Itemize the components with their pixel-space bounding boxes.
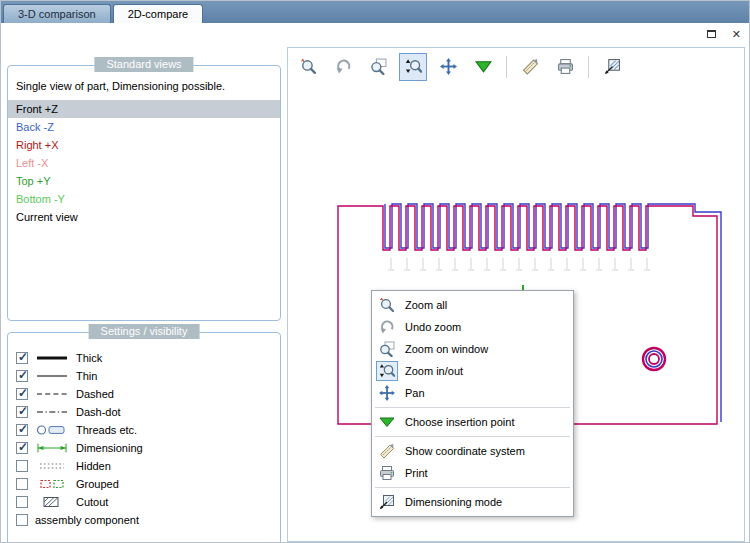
menu-item-zoom-all[interactable]: Zoom all: [372, 294, 573, 316]
standard-views-header: Standard views: [94, 57, 193, 72]
checkbox-hidden[interactable]: [16, 460, 28, 472]
ruler-icon: [376, 441, 398, 461]
menu-item-zoom-on-window[interactable]: Zoom on window: [372, 338, 573, 360]
setting-label: Thick: [76, 352, 102, 364]
view-item-left-x[interactable]: Left -X: [8, 154, 280, 172]
toolbar-separator: [506, 56, 507, 78]
dash-dot-line-icon: [35, 406, 69, 418]
checkbox-threads[interactable]: [16, 424, 28, 436]
setting-label: Threads etc.: [76, 424, 137, 436]
setting-label: Thin: [76, 370, 97, 382]
menu-item-label: Choose insertion point: [405, 416, 514, 428]
zoom-all-icon: [300, 58, 317, 77]
setting-row-dimensioning[interactable]: Dimensioning: [8, 439, 280, 457]
drawing-circles: [643, 348, 665, 370]
menu-item-print[interactable]: Print: [372, 462, 573, 484]
dimension-hints: [388, 258, 650, 270]
toolbar-separator: [588, 56, 589, 78]
checkbox-dash-dot[interactable]: [16, 406, 28, 418]
view-item-current-view[interactable]: Current view: [8, 208, 280, 226]
settings-list: Thick Thin Dashed Dash-dot Threads e: [8, 333, 280, 529]
checkbox-grouped[interactable]: [16, 478, 28, 490]
menu-item-label: Show coordinate system: [405, 445, 525, 457]
menu-item-choose-insertion-point[interactable]: Choose insertion point: [372, 411, 573, 433]
undo-zoom-icon: [376, 317, 398, 337]
green-triangle-icon: [376, 412, 398, 432]
setting-row-thin[interactable]: Thin: [8, 367, 280, 385]
setting-row-assembly-component[interactable]: assembly component: [8, 511, 280, 529]
printer-icon: [557, 58, 574, 77]
settings-header: Settings / visibility: [89, 324, 200, 339]
dimensioning-icon: [35, 442, 69, 454]
tab-3d-comparison[interactable]: 3-D comparison: [3, 4, 111, 23]
setting-row-cutout[interactable]: Cutout: [8, 493, 280, 511]
pan-icon: [440, 58, 457, 77]
print-button[interactable]: [551, 53, 579, 81]
view-item-back-z[interactable]: Back -Z: [8, 118, 280, 136]
app-window: 3-D comparison 2D-compare ✕ Standard vie…: [0, 0, 750, 543]
undo-zoom-button[interactable]: [329, 53, 357, 81]
checkbox-dimensioning[interactable]: [16, 442, 28, 454]
menu-item-label: Pan: [405, 387, 425, 399]
pan-button[interactable]: [434, 53, 462, 81]
setting-row-threads[interactable]: Threads etc.: [8, 421, 280, 439]
checkbox-assembly-component[interactable]: [16, 514, 28, 526]
show-coordinate-system-button[interactable]: [516, 53, 544, 81]
ruler-icon: [522, 58, 539, 77]
tab-2d-compare[interactable]: 2D-compare: [113, 4, 204, 23]
checkbox-thin[interactable]: [16, 370, 28, 382]
menu-item-show-coordinate-system[interactable]: Show coordinate system: [372, 440, 573, 462]
zoom-all-icon: [376, 295, 398, 315]
toolbar: [288, 48, 744, 86]
zoom-window-icon: [370, 58, 387, 77]
view-item-front-z[interactable]: Front +Z: [8, 100, 280, 118]
thick-line-icon: [35, 352, 69, 364]
zoom-on-window-button[interactable]: [364, 53, 392, 81]
window-controls: ✕: [707, 28, 741, 40]
undo-zoom-icon: [335, 58, 352, 77]
zoom-all-button[interactable]: [294, 53, 322, 81]
menu-separator: [375, 436, 570, 437]
zoom-window-icon: [376, 339, 398, 359]
view-item-top-y[interactable]: Top +Y: [8, 172, 280, 190]
setting-label: Dimensioning: [76, 442, 143, 454]
close-button[interactable]: ✕: [732, 28, 741, 40]
view-item-bottom-y[interactable]: Bottom -Y: [8, 190, 280, 208]
menu-item-zoom-in-out[interactable]: Zoom in/out: [372, 360, 573, 382]
threads-icon: [35, 424, 69, 436]
window-titlebar: ✕: [1, 23, 750, 47]
zoom-in-out-button[interactable]: [399, 53, 427, 81]
checkbox-thick[interactable]: [16, 352, 28, 364]
setting-label: Dashed: [76, 388, 114, 400]
view-item-right-x[interactable]: Right +X: [8, 136, 280, 154]
view-list: Front +Z Back -Z Right +X Left -X Top +Y…: [8, 100, 280, 226]
setting-label: Grouped: [76, 478, 119, 490]
choose-insertion-point-button[interactable]: [469, 53, 497, 81]
grouped-icon: [35, 478, 69, 490]
context-menu: Zoom all Undo zoom Zoom on window Zoom i…: [371, 290, 574, 517]
menu-item-label: Dimensioning mode: [405, 496, 502, 508]
setting-row-dashed[interactable]: Dashed: [8, 385, 280, 403]
menu-item-pan[interactable]: Pan: [372, 382, 573, 404]
setting-row-grouped[interactable]: Grouped: [8, 475, 280, 493]
setting-row-hidden[interactable]: Hidden: [8, 457, 280, 475]
dimensioning-mode-button[interactable]: [598, 53, 626, 81]
printer-icon: [376, 463, 398, 483]
menu-item-dimensioning-mode[interactable]: Dimensioning mode: [372, 491, 573, 513]
maximize-icon: [707, 30, 716, 38]
zoom-in-out-icon: [376, 361, 398, 381]
maximize-button[interactable]: [707, 28, 716, 40]
setting-row-thick[interactable]: Thick: [8, 349, 280, 367]
menu-item-undo-zoom[interactable]: Undo zoom: [372, 316, 573, 338]
setting-row-dash-dot[interactable]: Dash-dot: [8, 403, 280, 421]
dimensioning-mode-icon: [376, 492, 398, 512]
zoom-in-out-icon: [405, 58, 422, 77]
checkbox-cutout[interactable]: [16, 496, 28, 508]
menu-item-label: Zoom on window: [405, 343, 488, 355]
setting-label: Cutout: [76, 496, 108, 508]
cutout-icon: [35, 496, 69, 508]
checkbox-dashed[interactable]: [16, 388, 28, 400]
hidden-icon: [35, 460, 69, 472]
settings-panel: Settings / visibility Thick Thin Dashed: [7, 332, 281, 543]
setting-label: Dash-dot: [76, 406, 121, 418]
